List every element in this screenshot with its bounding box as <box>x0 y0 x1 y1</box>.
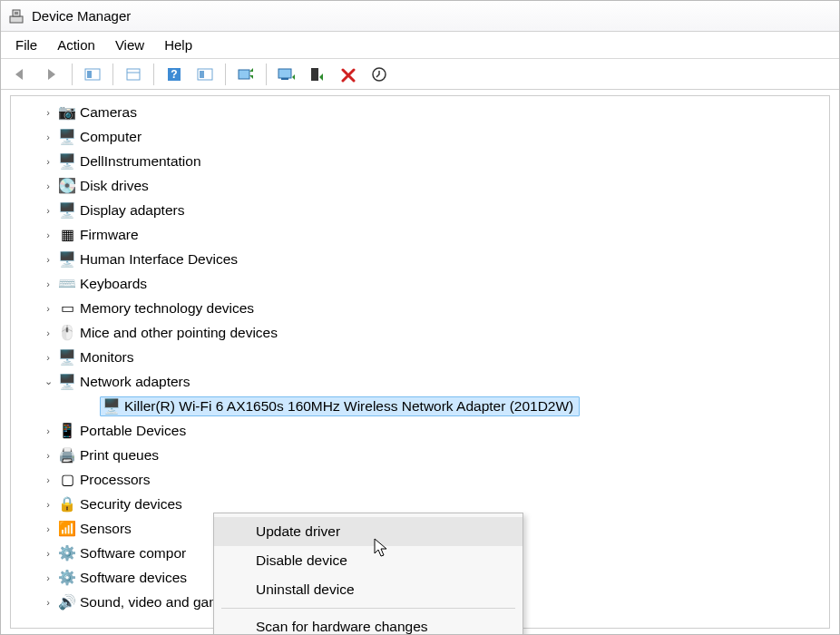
tree-item[interactable]: ›📷Cameras <box>24 100 829 124</box>
menu-action[interactable]: Action <box>48 34 104 56</box>
toolbar-separator <box>225 64 226 85</box>
tree-item-label: Mice and other pointing devices <box>80 325 278 341</box>
expand-icon[interactable]: › <box>42 327 54 338</box>
back-button[interactable] <box>6 62 35 87</box>
tree-item-label: Firmware <box>80 227 139 243</box>
tree-item[interactable]: ›▢Processors <box>24 467 829 492</box>
tree-item-label: Portable Devices <box>80 423 186 439</box>
svg-text:?: ? <box>171 68 177 81</box>
context-separator <box>221 608 515 609</box>
expand-icon[interactable]: › <box>42 474 54 485</box>
menubar: File Action View Help <box>1 32 839 59</box>
tree-item[interactable]: ›⌨️Keyboards <box>24 271 829 296</box>
security-icon: 🔒 <box>58 495 76 513</box>
expand-icon[interactable]: › <box>42 572 54 583</box>
expand-icon[interactable]: › <box>42 278 54 289</box>
action-button[interactable] <box>190 62 220 87</box>
printer-icon: 🖨️ <box>58 446 76 464</box>
expand-icon[interactable]: › <box>42 132 54 142</box>
svg-rect-5 <box>127 69 140 80</box>
expand-icon[interactable]: › <box>42 597 54 608</box>
tree-item[interactable]: ›🖨️Print queues <box>24 443 829 467</box>
tree-item[interactable]: ›▭Memory technology devices <box>24 296 829 320</box>
menu-help[interactable]: Help <box>155 34 201 56</box>
firmware-icon: ▦ <box>58 226 76 244</box>
toolbar-separator <box>112 64 113 85</box>
svg-rect-0 <box>10 16 23 23</box>
app-icon <box>8 8 24 24</box>
tree-item[interactable]: ›📱Portable Devices <box>24 418 829 443</box>
menu-file[interactable]: File <box>6 34 46 56</box>
tree-item[interactable]: ›🖱️Mice and other pointing devices <box>24 320 829 345</box>
software-icon: ⚙️ <box>58 569 76 587</box>
show-hide-console-button[interactable] <box>78 62 107 87</box>
toolbar-separator <box>266 64 267 85</box>
tree-item[interactable]: ›▦Firmware <box>24 222 829 247</box>
svg-rect-10 <box>200 71 204 78</box>
tree-item[interactable]: ›💽Disk drives <box>24 173 829 198</box>
forward-button[interactable] <box>37 62 66 87</box>
expand-icon[interactable]: › <box>42 254 54 265</box>
expand-icon[interactable]: › <box>42 523 54 534</box>
update-driver-button[interactable] <box>272 62 301 87</box>
sound-icon: 🔊 <box>58 593 76 611</box>
svg-rect-12 <box>278 69 291 78</box>
svg-rect-4 <box>87 71 92 78</box>
tree-item[interactable]: ›🖥️Human Interface Devices <box>24 247 829 271</box>
svg-rect-13 <box>281 78 288 80</box>
expand-icon[interactable]: › <box>42 352 54 363</box>
software-icon: ⚙️ <box>58 544 76 562</box>
mouse-icon: 🖱️ <box>58 324 76 342</box>
tree-item-label: Killer(R) Wi-Fi 6 AX1650s 160MHz Wireles… <box>124 398 573 415</box>
tree-item-label: Disk drives <box>80 178 149 194</box>
expand-icon[interactable]: › <box>42 425 54 436</box>
expand-icon[interactable]: › <box>42 450 54 461</box>
tree-item-label: Print queues <box>80 447 159 464</box>
keyboard-icon: ⌨️ <box>58 275 76 293</box>
tree-item[interactable]: ›🖥️DellInstrumentation <box>24 149 829 173</box>
portable-icon: 📱 <box>58 422 76 440</box>
context-scan-hardware[interactable]: Scan for hardware changes <box>214 612 523 634</box>
tree-item[interactable]: ›🖥️Display adapters <box>24 198 829 222</box>
tree-item-label: Processors <box>80 472 151 488</box>
expand-icon[interactable]: › <box>42 230 54 240</box>
device-manager-window: Device Manager File Action View Help <box>0 0 840 635</box>
tree-item[interactable]: ›🖥️Monitors <box>24 345 829 369</box>
menu-view[interactable]: View <box>106 34 153 56</box>
context-update-driver[interactable]: Update driver <box>214 517 523 546</box>
tree-item-label: Human Interface Devices <box>80 251 238 268</box>
titlebar: Device Manager <box>1 1 839 32</box>
sensor-icon: 📶 <box>58 520 76 538</box>
collapse-icon[interactable]: ⌄ <box>42 376 54 387</box>
monitor-icon: 🖥️ <box>58 348 76 366</box>
context-disable-device[interactable]: Disable device <box>214 546 523 575</box>
context-menu: Update driver Disable device Uninstall d… <box>213 513 523 634</box>
expand-icon[interactable]: › <box>42 499 54 510</box>
tree-item-label: Cameras <box>80 104 137 121</box>
svg-rect-11 <box>239 70 249 79</box>
tree-item-label: DellInstrumentation <box>80 153 201 170</box>
tree-item[interactable]: ›🖥️Computer <box>24 124 829 149</box>
scan-hardware-button[interactable] <box>231 62 260 87</box>
help-button[interactable]: ? <box>160 62 189 87</box>
tree-item-label: Sensors <box>80 521 132 537</box>
toolbar-separator <box>72 64 73 85</box>
computer-icon: 🖥️ <box>58 152 76 171</box>
expand-icon[interactable]: › <box>42 205 54 216</box>
enable-device-button[interactable] <box>365 62 394 87</box>
tree-item[interactable]: ⌄🖥️Network adapters <box>24 369 829 394</box>
drive-icon: 💽 <box>58 177 76 195</box>
expand-icon[interactable]: › <box>42 107 54 118</box>
expand-icon[interactable]: › <box>42 181 54 191</box>
expand-icon[interactable]: › <box>42 156 54 167</box>
context-uninstall-device[interactable]: Uninstall device <box>214 575 523 604</box>
expand-icon[interactable]: › <box>42 303 54 314</box>
tree-item-label: Monitors <box>80 349 133 366</box>
expand-icon[interactable]: › <box>42 548 54 559</box>
uninstall-device-button[interactable] <box>334 62 363 87</box>
properties-button[interactable] <box>119 62 148 87</box>
tree-child-item[interactable]: ›🖥️Killer(R) Wi-Fi 6 AX1650s 160MHz Wire… <box>24 394 829 418</box>
disable-device-button[interactable] <box>303 62 332 87</box>
tree-item-label: Software compor <box>80 545 186 562</box>
tree-item-label: Network adapters <box>80 374 190 390</box>
